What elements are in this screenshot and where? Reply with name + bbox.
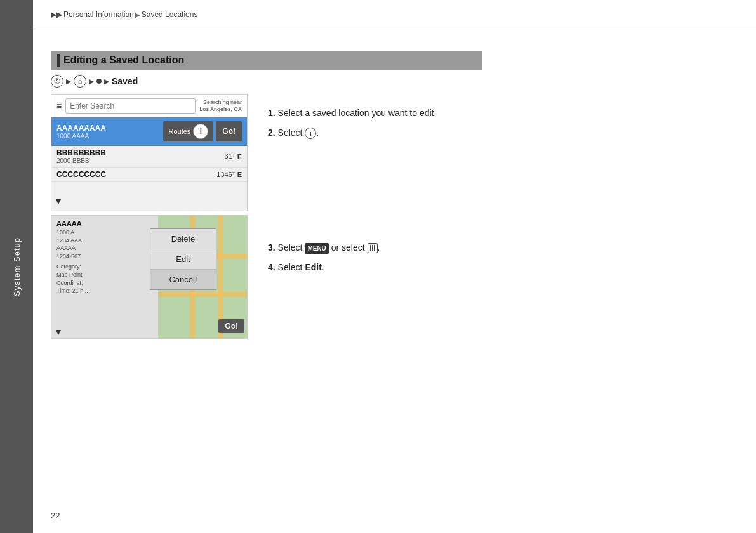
page-number: 22 — [51, 511, 60, 520]
sc1-menu-icon[interactable]: ≡ — [56, 101, 62, 111]
nav-saved-label: Saved — [112, 76, 138, 86]
step3-number: 3. — [268, 242, 275, 253]
sc1-location-line1: Searching near — [199, 99, 242, 106]
dot-icon — [96, 79, 102, 84]
sc2-go-button[interactable]: Go! — [218, 319, 244, 333]
instr-step-4: 4. Select Edit. — [268, 261, 509, 274]
breadcrumb: ▶▶ Personal Information ▶ Saved Location… — [51, 10, 197, 19]
home-icon: ⌂ — [74, 75, 86, 88]
step2-text: Select i. — [278, 128, 319, 138]
sc2-down-arrow: ▼ — [54, 327, 63, 337]
step1-text: Select a saved location you want to edit… — [278, 108, 437, 118]
sc2-item-detail: Category: Map Point Coordinat: Time: 21 … — [56, 263, 154, 294]
instr-step-3: 3. Select MENU or select . — [268, 241, 509, 254]
sidebar: System Setup — [0, 0, 33, 533]
sc1-item-row-3: CCCCCCCCC 1346ᵀ E — [56, 170, 242, 179]
sc1-search-input[interactable] — [65, 98, 196, 114]
sc2-popup-delete[interactable]: Delete — [150, 229, 216, 249]
nav-arrow-3: ▶ — [104, 77, 109, 86]
sc1-sel-item-name: AAAAAAAAA — [56, 124, 106, 133]
breadcrumb-arrows: ▶▶ — [51, 10, 62, 19]
sc2-map-road-h2 — [158, 292, 247, 297]
phone-icon: ✆ — [51, 75, 63, 88]
sc1-item-name-2: BBBBBBBBB 2000 BBBB — [56, 148, 106, 164]
sc2-popup-edit[interactable]: Edit — [150, 249, 216, 270]
sc1-go-button[interactable]: Go! — [216, 121, 242, 141]
sc1-location-line2: Los Angeles, CA — [199, 106, 242, 113]
menu-badge: MENU — [305, 243, 328, 254]
sc2-left-panel: AAAAA 1000 A 1234 AAA AAAAA 1234-567 Cat… — [51, 216, 159, 338]
step2-info-icon: i — [305, 128, 316, 139]
instructions: 1. Select a saved location you want to e… — [268, 107, 509, 280]
section-bar — [57, 54, 60, 67]
sc2-item-title: AAAAA — [56, 220, 154, 227]
sc1-item-name-3: CCCCCCCCC — [56, 170, 106, 179]
nav-arrow-2: ▶ — [89, 77, 94, 86]
section-header: Editing a Saved Location — [51, 51, 482, 70]
step4-text: Select Edit. — [278, 262, 324, 272]
sc1-routes-button[interactable]: Routes i — [163, 121, 213, 141]
sc1-item-row-2: BBBBBBBBB 2000 BBBB 31ᵀ E — [56, 148, 242, 164]
section-title: Editing a Saved Location — [63, 55, 184, 66]
sc1-item-dist-2: 31ᵀ E — [224, 152, 242, 161]
sc2-popup-menu[interactable]: Delete Edit Cancel! — [150, 228, 216, 290]
nav-arrow-1: ▶ — [66, 77, 71, 86]
breadcrumb-item-2: Saved Locations — [142, 10, 198, 19]
step4-number: 4. — [268, 262, 275, 272]
screenshot-2: AAAAA 1000 A 1234 AAA AAAAA 1234-567 Cat… — [51, 215, 248, 339]
breadcrumb-item-1: Personal Information — [63, 10, 134, 19]
instr-step-1: 1. Select a saved location you want to e… — [268, 107, 509, 120]
sc1-list-item-3[interactable]: CCCCCCCCC 1346ᵀ E — [51, 168, 247, 182]
step3-text: Select MENU or select . — [278, 242, 380, 253]
sc1-sel-item-sub: 1000 AAAA — [56, 133, 106, 140]
sc1-down-arrow: ▼ — [54, 196, 63, 206]
sc1-location-info: Searching near Los Angeles, CA — [199, 99, 242, 113]
step4-bold: Edit — [305, 262, 321, 272]
sc2-item-addr: 1000 A 1234 AAA AAAAA 1234-567 — [56, 228, 154, 260]
screenshot-1: ≡ Searching near Los Angeles, CA AAAAAAA… — [51, 94, 248, 211]
screenshots-container: ≡ Searching near Los Angeles, CA AAAAAAA… — [51, 94, 305, 339]
nav-icons-row: ✆ ▶ ⌂ ▶ ▶ Saved — [51, 75, 138, 88]
sc1-info-button[interactable]: i — [193, 124, 208, 139]
sc1-item-dist-3: 1346ᵀ E — [216, 171, 242, 179]
sidebar-label: System Setup — [12, 237, 22, 296]
step2-number: 2. — [268, 128, 275, 138]
breadcrumb-sep: ▶ — [135, 11, 140, 18]
step1-number: 1. — [268, 108, 275, 118]
sc1-sel-buttons: Routes i Go! — [163, 121, 242, 141]
sc1-search-bar: ≡ Searching near Los Angeles, CA — [51, 95, 247, 117]
instr-step-2: 2. Select i. — [268, 126, 509, 140]
sc2-popup-cancel[interactable]: Cancel! — [150, 270, 216, 289]
sc1-selected-item[interactable]: AAAAAAAAA 1000 AAAA Routes i Go! — [51, 117, 247, 146]
breadcrumb-divider — [33, 27, 756, 27]
sc1-list-item-2[interactable]: BBBBBBBBB 2000 BBBB 31ᵀ E — [51, 146, 247, 168]
list-badge-icon — [368, 243, 378, 253]
main-content: ▶▶ Personal Information ▶ Saved Location… — [33, 0, 756, 533]
routes-label: Routes — [168, 128, 190, 135]
sc1-selected-item-info: AAAAAAAAA 1000 AAAA — [56, 124, 106, 140]
